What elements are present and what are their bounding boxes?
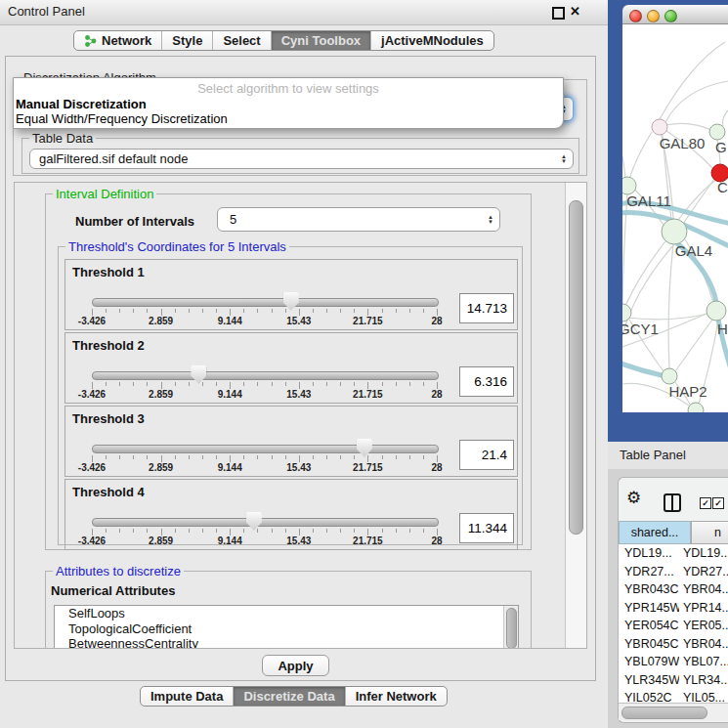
threshold-slider-thumb[interactable] xyxy=(191,365,206,384)
slider-tick xyxy=(285,455,286,459)
close-icon[interactable]: ✕ xyxy=(570,4,580,19)
network-thick-edge[interactable] xyxy=(622,363,662,375)
select-checkbox-icon[interactable]: ✓ xyxy=(700,497,711,509)
settings-vertical-scrollbar[interactable] xyxy=(565,183,587,648)
network-node[interactable] xyxy=(662,219,687,244)
settings-scrollbar-thumb[interactable] xyxy=(569,200,583,535)
table-hscrollbar-thumb[interactable] xyxy=(621,707,707,719)
network-window-titlebar[interactable] xyxy=(622,5,728,24)
network-edge[interactable] xyxy=(723,110,728,126)
network-edge[interactable] xyxy=(668,244,673,368)
tab-select[interactable]: Select xyxy=(213,31,271,50)
slider-tick xyxy=(175,382,176,386)
table-row[interactable]: YPR145WYPR14... xyxy=(619,599,728,618)
group-title: Interval Definition xyxy=(53,187,156,201)
tab-jactivemnodules[interactable]: jActiveMNodules xyxy=(371,31,493,50)
table-row[interactable]: YBR043CYBR04... xyxy=(619,580,728,599)
table-cell-name[interactable]: YBL07... xyxy=(679,653,728,671)
table-cell-shared-name[interactable]: YBL079W xyxy=(619,653,679,671)
float-window-icon[interactable] xyxy=(552,7,565,20)
network-edge[interactable] xyxy=(660,42,725,119)
list-scrollbar-thumb[interactable] xyxy=(506,608,517,649)
network-node[interactable] xyxy=(622,304,631,321)
threshold-slider-thumb[interactable] xyxy=(246,512,262,531)
table-cell-shared-name[interactable]: YBR045C xyxy=(619,635,679,654)
table-cell-name[interactable]: YBR04... xyxy=(679,580,728,599)
tab-style[interactable]: Style xyxy=(162,31,213,50)
apply-button[interactable]: Apply xyxy=(262,655,329,676)
threshold-slider-track[interactable] xyxy=(92,445,439,453)
column-layout-icon[interactable] xyxy=(664,493,681,512)
network-edge[interactable] xyxy=(675,320,712,371)
dropdown-item-manual-discretization[interactable]: Manual Discretization xyxy=(16,97,147,111)
network-view-canvas[interactable]: GAL80GCGAL11GAL4GCY1HHAP2 xyxy=(622,24,728,412)
dropdown-item-equal-width-frequency[interactable]: Equal Width/Frequency Discretization xyxy=(16,111,228,126)
table-cell-name[interactable]: YLR34... xyxy=(679,671,728,690)
table-cell-name[interactable]: YIL05... xyxy=(679,689,728,703)
select-all-checkbox-icon[interactable]: ✓ xyxy=(712,497,724,509)
table-data-combobox[interactable]: galFiltered.sif default node ▲▼ xyxy=(29,149,574,169)
table-cell-shared-name[interactable]: YDR27... xyxy=(619,563,679,581)
table-row[interactable]: YDR27...YDR27... xyxy=(619,563,728,581)
table-row[interactable]: YIL052CYIL05... xyxy=(619,689,728,703)
column-header-name[interactable]: n xyxy=(691,521,728,544)
number-of-intervals-combobox[interactable]: 5 ▲▼ xyxy=(217,207,500,232)
slider-tick xyxy=(243,455,244,459)
table-cell-shared-name[interactable]: YER054C xyxy=(619,617,679,635)
table-row[interactable]: YLR345WYLR34... xyxy=(619,671,728,690)
table-cell-shared-name[interactable]: YLR345W xyxy=(619,671,679,690)
slider-tick xyxy=(367,529,368,535)
attribute-list-item[interactable]: BetweennessCentrality xyxy=(55,636,518,649)
network-node[interactable] xyxy=(652,119,667,135)
network-edge[interactable] xyxy=(625,241,665,306)
attribute-list-item[interactable]: TopologicalCoefficient xyxy=(55,621,518,637)
table-row[interactable]: YDL19...YDL19... xyxy=(619,544,728,563)
table-cell-name[interactable]: YDL19... xyxy=(679,544,728,563)
table-row[interactable]: YER054CYER05... xyxy=(619,617,728,635)
network-node[interactable] xyxy=(662,368,677,384)
tab-discretize-data[interactable]: Discretize Data xyxy=(234,687,345,706)
control-panel-tabs: Network Style Select Cyni Toolbox jActiv… xyxy=(73,30,494,51)
slider-tick xyxy=(409,529,410,533)
zoom-traffic-light-icon[interactable] xyxy=(664,10,677,22)
table-horizontal-scrollbar[interactable] xyxy=(619,703,728,720)
network-edge[interactable] xyxy=(665,123,710,130)
close-traffic-light-icon[interactable] xyxy=(629,10,642,22)
table-cell-name[interactable]: YPR14... xyxy=(679,599,728,618)
network-edge[interactable] xyxy=(665,81,728,122)
numerical-attributes-list[interactable]: SelfLoopsTopologicalCoefficientBetweenne… xyxy=(54,605,519,649)
threshold-value-field[interactable]: 6.316 xyxy=(459,366,514,397)
threshold-value-field[interactable]: 21.4 xyxy=(459,440,514,470)
tab-cyni-toolbox[interactable]: Cyni Toolbox xyxy=(272,31,371,50)
table-row[interactable]: YBL079WYBL07... xyxy=(619,653,728,671)
network-node-label: H xyxy=(717,321,728,337)
threshold-slider-track[interactable] xyxy=(92,298,439,307)
table-cell-name[interactable]: YER05... xyxy=(679,617,728,635)
network-node[interactable] xyxy=(707,301,726,321)
table-cell-name[interactable]: YDR27... xyxy=(679,563,728,581)
slider-tick-label: 21.715 xyxy=(346,462,389,473)
table-cell-name[interactable]: YBR04... xyxy=(679,635,728,654)
table-cell-shared-name[interactable]: YDL19... xyxy=(619,544,679,563)
attribute-list-item[interactable]: SelfLoops xyxy=(55,606,518,621)
tab-impute-data[interactable]: Impute Data xyxy=(141,687,234,706)
table-row[interactable]: YBR045CYBR04... xyxy=(619,635,728,654)
column-header-shared-name[interactable]: shared... xyxy=(619,521,691,544)
minimize-traffic-light-icon[interactable] xyxy=(647,10,660,22)
threshold-slider-track[interactable] xyxy=(92,518,439,527)
network-edge[interactable] xyxy=(622,156,625,178)
threshold-slider-track[interactable] xyxy=(92,371,439,380)
threshold-slider-thumb[interactable] xyxy=(357,439,372,457)
network-edge[interactable] xyxy=(629,132,652,179)
table-cell-shared-name[interactable]: YBR043C xyxy=(619,580,679,599)
tab-infer-network[interactable]: Infer Network xyxy=(346,687,447,706)
table-settings-gear-icon[interactable]: ⚙ xyxy=(626,490,641,506)
threshold-value-field[interactable]: 14.713 xyxy=(459,293,514,323)
table-cell-shared-name[interactable]: YIL052C xyxy=(619,689,679,703)
threshold-value-field[interactable]: 11.344 xyxy=(459,513,514,543)
tab-network[interactable]: Network xyxy=(74,31,162,50)
list-scrollbar[interactable] xyxy=(503,606,518,649)
network-node[interactable] xyxy=(709,124,725,140)
table-cell-shared-name[interactable]: YPR145W xyxy=(619,599,679,618)
slider-tick xyxy=(396,382,397,386)
